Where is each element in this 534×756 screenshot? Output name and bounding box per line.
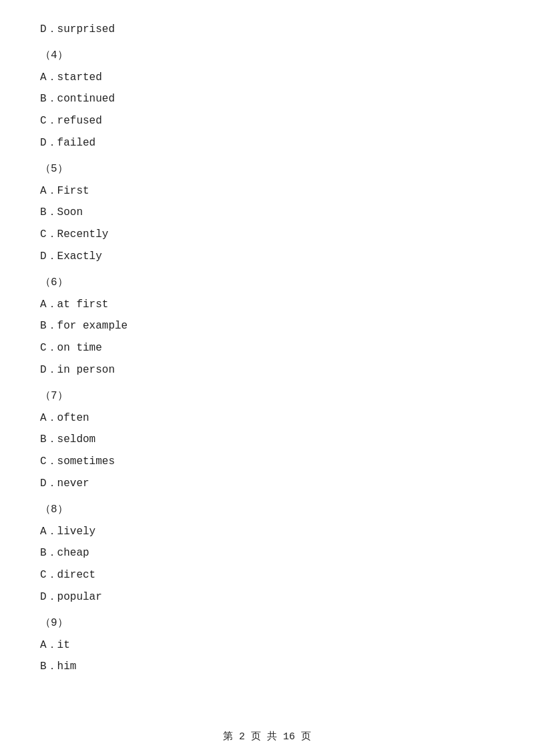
c-sometimes: C．sometimes (40, 452, 494, 471)
main-content: D．surprised（4）A．startedB．continuedC．refu… (0, 0, 534, 719)
c-on-time: C．on time (40, 339, 494, 358)
q7: （7） (40, 387, 494, 406)
d-in-person: D．in person (40, 361, 494, 380)
q9: （9） (40, 614, 494, 633)
d-popular: D．popular (40, 588, 494, 607)
d-surprised: D．surprised (40, 20, 494, 39)
c-refused: C．refused (40, 112, 494, 131)
c-recently: C．Recently (40, 225, 494, 244)
d-exactly: D．Exactly (40, 247, 494, 266)
page-footer: 第 2 页 共 16 页 (0, 730, 534, 743)
a-first: A．First (40, 182, 494, 201)
a-it: A．it (40, 636, 494, 655)
b-him: B．him (40, 657, 494, 677)
c-direct: C．direct (40, 566, 494, 585)
q8: （8） (40, 500, 494, 520)
q5: （5） (40, 160, 494, 179)
b-seldom: B．seldom (40, 430, 494, 449)
b-for-example: B．for example (40, 317, 494, 336)
b-continued: B．continued (40, 89, 494, 109)
a-lively: A．lively (40, 522, 494, 542)
d-failed: D．failed (40, 134, 494, 153)
q6: （6） (40, 273, 494, 293)
a-at-first: A．at first (40, 295, 494, 315)
q4: （4） (40, 46, 494, 65)
a-started: A．started (40, 68, 494, 87)
d-never: D．never (40, 474, 494, 494)
a-often: A．often (40, 409, 494, 428)
b-cheap: B．cheap (40, 544, 494, 563)
b-soon: B．Soon (40, 203, 494, 222)
